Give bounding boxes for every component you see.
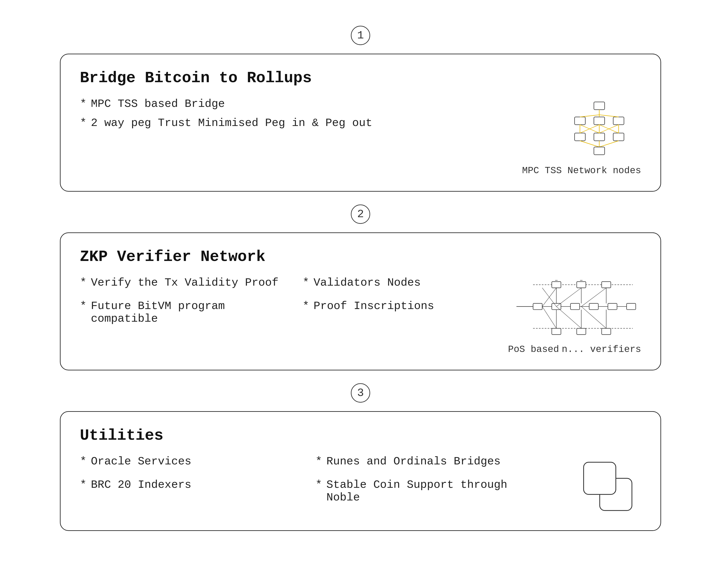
mpc-network-diagram xyxy=(559,98,641,162)
card-2-bullet-1: Verify the Tx Validity Proof xyxy=(80,276,285,289)
svg-rect-34 xyxy=(571,303,580,310)
card-utilities: Utilities Oracle Services Runes and Ordi… xyxy=(60,411,661,531)
svg-rect-36 xyxy=(608,303,617,310)
card-1-bullet-1: MPC TSS based Bridge xyxy=(80,98,522,110)
card-3-bullet-2: BRC 20 Indexers xyxy=(80,479,298,504)
svg-rect-28 xyxy=(577,281,586,288)
svg-rect-21 xyxy=(594,147,605,155)
svg-rect-3 xyxy=(594,117,605,125)
card-2-bullet-4: Proof Inscriptions xyxy=(303,300,508,325)
two-col-bullets: Verify the Tx Validity Proof Validators … xyxy=(80,276,508,332)
card-3-right xyxy=(534,455,641,515)
card-3-body: Oracle Services Runes and Ordinals Bridg… xyxy=(80,455,641,515)
card-3-bullet-3: Runes and Ordinals Bridges xyxy=(315,455,534,468)
card-zkp-verifier: ZKP Verifier Network Verify the Tx Valid… xyxy=(60,232,661,371)
card-3-bullet-4: Stable Coin Support through Noble xyxy=(315,479,534,504)
card-1-left: MPC TSS based Bridge 2 way peg Trust Min… xyxy=(80,98,522,136)
card-1-body: MPC TSS based Bridge 2 way peg Trust Min… xyxy=(80,98,641,176)
zkp-network-diagram xyxy=(512,276,641,341)
card-1-title: Bridge Bitcoin to Rollups xyxy=(80,69,641,87)
svg-rect-31 xyxy=(602,281,611,288)
card-1-bullet-2: 2 way peg Trust Minimised Peg in & Peg o… xyxy=(80,117,522,129)
utilities-diagram xyxy=(577,455,641,515)
card-2-left: Verify the Tx Validity Proof Validators … xyxy=(80,276,508,332)
zkp-diagram-labels: PoS based n... verifiers xyxy=(508,341,641,355)
svg-rect-38 xyxy=(552,328,561,335)
utilities-bullets: Oracle Services Runes and Ordinals Bridg… xyxy=(80,455,534,510)
step-2-circle: 2 xyxy=(351,205,370,224)
step-1-circle: 1 xyxy=(351,26,370,45)
svg-line-20 xyxy=(599,141,619,147)
svg-rect-4 xyxy=(613,117,624,125)
svg-rect-40 xyxy=(602,328,611,335)
step-1-number: 1 xyxy=(357,29,364,42)
zkp-diagram-label-right: n... verifiers xyxy=(562,344,641,355)
svg-rect-10 xyxy=(613,133,624,141)
card-2-title: ZKP Verifier Network xyxy=(80,248,641,266)
svg-rect-25 xyxy=(552,281,561,288)
mpc-diagram-label: MPC TSS Network nodes xyxy=(522,165,641,176)
card-bridge-bitcoin: Bridge Bitcoin to Rollups MPC TSS based … xyxy=(60,54,661,192)
card-1-right: MPC TSS Network nodes xyxy=(522,98,641,176)
step-3-circle: 3 xyxy=(351,383,370,403)
step-2-number: 2 xyxy=(357,208,364,220)
card-2-right: PoS based n... verifiers xyxy=(508,276,641,355)
svg-line-7 xyxy=(599,115,619,117)
svg-rect-9 xyxy=(594,133,605,141)
svg-rect-8 xyxy=(575,133,585,141)
svg-line-5 xyxy=(580,115,599,117)
card-2-bullet-2: Future BitVM program compatible xyxy=(80,300,285,325)
card-2-body: Verify the Tx Validity Proof Validators … xyxy=(80,276,641,355)
svg-rect-37 xyxy=(626,303,636,310)
svg-rect-35 xyxy=(589,303,598,310)
svg-rect-60 xyxy=(583,462,616,495)
card-3-left: Oracle Services Runes and Ordinals Bridg… xyxy=(80,455,534,510)
step-3-number: 3 xyxy=(357,387,364,399)
svg-rect-0 xyxy=(594,102,605,110)
svg-rect-39 xyxy=(577,328,586,335)
card-3-title: Utilities xyxy=(80,427,641,444)
zkp-diagram-label-left: PoS based xyxy=(508,344,559,355)
card-2-bullet-3: Validators Nodes xyxy=(303,276,508,289)
svg-line-18 xyxy=(580,141,599,147)
svg-rect-32 xyxy=(533,303,542,310)
main-content: 1 Bridge Bitcoin to Rollups MPC TSS base… xyxy=(43,17,678,535)
card-3-bullet-1: Oracle Services xyxy=(80,455,298,468)
svg-rect-2 xyxy=(575,117,585,125)
